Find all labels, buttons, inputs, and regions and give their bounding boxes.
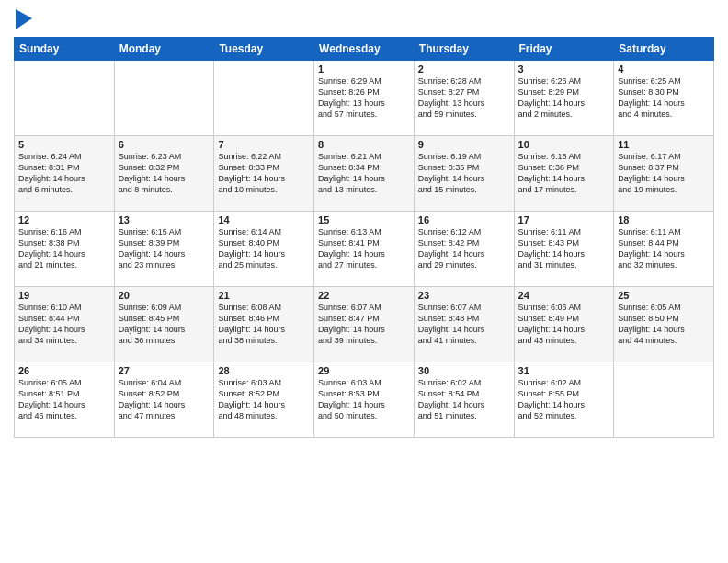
day-number: 15 [318,214,410,225]
day-number: 4 [618,63,710,75]
svg-marker-0 [16,9,32,29]
day-info: Sunrise: 6:11 AMSunset: 8:43 PMDaylight:… [518,226,610,271]
calendar-cell: 28Sunrise: 6:03 AMSunset: 8:52 PMDayligh… [214,362,314,438]
calendar-cell: 26Sunrise: 6:05 AMSunset: 8:51 PMDayligh… [15,362,115,438]
day-number: 22 [318,290,410,301]
calendar-cell: 10Sunrise: 6:18 AMSunset: 8:36 PMDayligh… [514,136,614,212]
day-number: 1 [318,63,410,75]
day-info: Sunrise: 6:25 AMSunset: 8:30 PMDaylight:… [618,75,710,121]
day-info: Sunrise: 6:10 AMSunset: 8:44 PMDaylight:… [18,302,110,347]
page-header [14,9,714,29]
calendar-cell: 25Sunrise: 6:05 AMSunset: 8:50 PMDayligh… [614,287,714,362]
calendar-cell [614,362,714,438]
day-number: 20 [119,290,210,301]
day-info: Sunrise: 6:09 AMSunset: 8:45 PMDaylight:… [119,302,210,347]
calendar-cell: 22Sunrise: 6:07 AMSunset: 8:47 PMDayligh… [314,287,415,362]
calendar-page: SundayMondayTuesdayWednesdayThursdayFrid… [0,0,728,563]
day-info: Sunrise: 6:06 AMSunset: 8:49 PMDaylight:… [518,302,610,347]
day-number: 27 [119,365,210,376]
day-info: Sunrise: 6:26 AMSunset: 8:29 PMDaylight:… [518,75,610,121]
day-info: Sunrise: 6:19 AMSunset: 8:35 PMDaylight:… [418,151,510,196]
calendar-cell: 27Sunrise: 6:04 AMSunset: 8:52 PMDayligh… [114,362,214,438]
weekday-header: Sunday [15,38,115,61]
calendar-table: SundayMondayTuesdayWednesdayThursdayFrid… [14,37,714,438]
day-info: Sunrise: 6:08 AMSunset: 8:46 PMDaylight:… [218,302,310,347]
calendar-cell: 5Sunrise: 6:24 AMSunset: 8:31 PMDaylight… [15,136,115,212]
calendar-cell: 13Sunrise: 6:15 AMSunset: 8:39 PMDayligh… [114,212,214,287]
day-number: 3 [518,63,610,75]
calendar-cell: 4Sunrise: 6:25 AMSunset: 8:30 PMDaylight… [614,61,714,136]
calendar-cell: 11Sunrise: 6:17 AMSunset: 8:37 PMDayligh… [614,136,714,212]
calendar-week-row: 5Sunrise: 6:24 AMSunset: 8:31 PMDaylight… [15,136,714,212]
calendar-cell: 8Sunrise: 6:21 AMSunset: 8:34 PMDaylight… [314,136,415,212]
calendar-cell: 24Sunrise: 6:06 AMSunset: 8:49 PMDayligh… [514,287,614,362]
weekday-header: Thursday [414,38,514,61]
calendar-cell: 6Sunrise: 6:23 AMSunset: 8:32 PMDaylight… [114,136,214,212]
day-info: Sunrise: 6:18 AMSunset: 8:36 PMDaylight:… [518,151,610,196]
calendar-week-row: 12Sunrise: 6:16 AMSunset: 8:38 PMDayligh… [15,212,714,287]
calendar-header-row: SundayMondayTuesdayWednesdayThursdayFrid… [15,38,714,61]
calendar-cell: 12Sunrise: 6:16 AMSunset: 8:38 PMDayligh… [15,212,115,287]
day-number: 17 [518,214,610,225]
calendar-cell: 7Sunrise: 6:22 AMSunset: 8:33 PMDaylight… [214,136,314,212]
day-info: Sunrise: 6:22 AMSunset: 8:33 PMDaylight:… [218,151,310,196]
calendar-body: 1Sunrise: 6:29 AMSunset: 8:26 PMDaylight… [15,61,714,438]
day-info: Sunrise: 6:05 AMSunset: 8:50 PMDaylight:… [618,302,710,347]
day-number: 11 [618,139,710,150]
calendar-cell [114,61,214,136]
day-info: Sunrise: 6:21 AMSunset: 8:34 PMDaylight:… [318,151,410,196]
day-number: 6 [119,139,210,150]
calendar-cell: 18Sunrise: 6:11 AMSunset: 8:44 PMDayligh… [614,212,714,287]
calendar-cell: 31Sunrise: 6:02 AMSunset: 8:55 PMDayligh… [514,362,614,438]
day-number: 24 [518,290,610,301]
day-info: Sunrise: 6:15 AMSunset: 8:39 PMDaylight:… [119,226,210,271]
calendar-cell: 3Sunrise: 6:26 AMSunset: 8:29 PMDaylight… [514,61,614,136]
day-number: 2 [418,63,510,75]
day-number: 13 [119,214,210,225]
calendar-cell: 15Sunrise: 6:13 AMSunset: 8:41 PMDayligh… [314,212,415,287]
day-number: 5 [18,139,110,150]
calendar-cell: 19Sunrise: 6:10 AMSunset: 8:44 PMDayligh… [15,287,115,362]
calendar-cell: 9Sunrise: 6:19 AMSunset: 8:35 PMDaylight… [414,136,514,212]
logo-icon [16,9,32,29]
calendar-week-row: 26Sunrise: 6:05 AMSunset: 8:51 PMDayligh… [15,362,714,438]
logo [14,9,32,29]
day-number: 23 [418,290,510,301]
day-number: 16 [418,214,510,225]
day-number: 18 [618,214,710,225]
day-number: 28 [218,365,310,376]
day-info: Sunrise: 6:11 AMSunset: 8:44 PMDaylight:… [618,226,710,271]
day-info: Sunrise: 6:04 AMSunset: 8:52 PMDaylight:… [119,377,210,422]
day-number: 14 [218,214,310,225]
day-info: Sunrise: 6:14 AMSunset: 8:40 PMDaylight:… [218,226,310,271]
day-info: Sunrise: 6:03 AMSunset: 8:52 PMDaylight:… [218,377,310,422]
day-number: 31 [518,365,610,376]
calendar-cell: 21Sunrise: 6:08 AMSunset: 8:46 PMDayligh… [214,287,314,362]
weekday-header: Tuesday [214,38,314,61]
weekday-header: Friday [514,38,614,61]
day-info: Sunrise: 6:02 AMSunset: 8:55 PMDaylight:… [518,377,610,422]
calendar-week-row: 19Sunrise: 6:10 AMSunset: 8:44 PMDayligh… [15,287,714,362]
weekday-header: Saturday [614,38,714,61]
calendar-cell: 20Sunrise: 6:09 AMSunset: 8:45 PMDayligh… [114,287,214,362]
day-number: 26 [18,365,110,376]
calendar-cell: 23Sunrise: 6:07 AMSunset: 8:48 PMDayligh… [414,287,514,362]
calendar-cell: 1Sunrise: 6:29 AMSunset: 8:26 PMDaylight… [314,61,415,136]
calendar-cell: 2Sunrise: 6:28 AMSunset: 8:27 PMDaylight… [414,61,514,136]
day-number: 10 [518,139,610,150]
day-info: Sunrise: 6:17 AMSunset: 8:37 PMDaylight:… [618,151,710,196]
day-number: 19 [18,290,110,301]
calendar-cell [214,61,314,136]
calendar-cell: 16Sunrise: 6:12 AMSunset: 8:42 PMDayligh… [414,212,514,287]
day-info: Sunrise: 6:07 AMSunset: 8:48 PMDaylight:… [418,302,510,347]
day-info: Sunrise: 6:12 AMSunset: 8:42 PMDaylight:… [418,226,510,271]
day-number: 12 [18,214,110,225]
day-info: Sunrise: 6:07 AMSunset: 8:47 PMDaylight:… [318,302,410,347]
day-info: Sunrise: 6:24 AMSunset: 8:31 PMDaylight:… [18,151,110,196]
day-info: Sunrise: 6:13 AMSunset: 8:41 PMDaylight:… [318,226,410,271]
calendar-cell [15,61,115,136]
calendar-cell: 17Sunrise: 6:11 AMSunset: 8:43 PMDayligh… [514,212,614,287]
day-info: Sunrise: 6:28 AMSunset: 8:27 PMDaylight:… [418,75,510,121]
calendar-cell: 29Sunrise: 6:03 AMSunset: 8:53 PMDayligh… [314,362,415,438]
day-number: 21 [218,290,310,301]
